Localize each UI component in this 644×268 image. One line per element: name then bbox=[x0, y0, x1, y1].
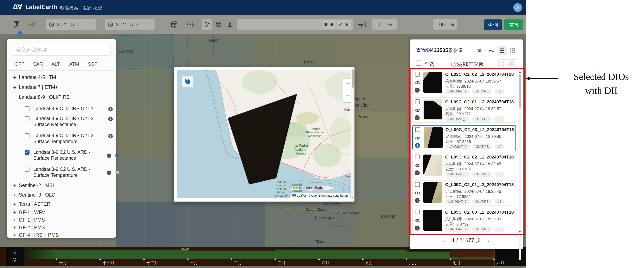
tab-sar[interactable]: SAR bbox=[33, 61, 43, 67]
tab-alt[interactable]: ALT bbox=[52, 61, 60, 67]
product-search-input[interactable] bbox=[12, 44, 111, 56]
info-icon[interactable]: i bbox=[107, 154, 111, 158]
info-icon[interactable]: i bbox=[108, 117, 113, 121]
date-end-field[interactable]: 2024-07-31 × bbox=[104, 19, 155, 30]
favorite-button[interactable]: 收藏 bbox=[498, 59, 517, 69]
timeline-month-label: 六月 bbox=[409, 260, 417, 265]
percent-sign: % bbox=[387, 22, 392, 27]
trash-delete-icon[interactable] bbox=[344, 22, 349, 27]
pencil-edit-icon[interactable] bbox=[338, 22, 343, 27]
zoom-out-button[interactable]: − bbox=[343, 92, 351, 99]
expand-toggle-icon[interactable]: + bbox=[12, 183, 17, 189]
timeline-up-icon[interactable]: ∧ bbox=[14, 251, 16, 254]
list-view-button[interactable] bbox=[497, 46, 507, 55]
timeline-bar bbox=[363, 249, 406, 259]
draw-polygon-tool-button[interactable] bbox=[202, 19, 212, 30]
annotation-arrowhead bbox=[526, 77, 530, 80]
timeline-unit-control[interactable]: ∧ 月 ∨ bbox=[6, 247, 24, 266]
nav-image-search[interactable]: 影像检索 bbox=[60, 5, 78, 11]
cloud-max-field[interactable]: 100 % bbox=[433, 19, 457, 30]
tab-opt[interactable]: OPT bbox=[15, 61, 24, 67]
expand-toggle-icon[interactable]: + bbox=[12, 74, 17, 81]
map-place-label: Santa Barbara bbox=[306, 186, 326, 190]
preview-map[interactable]: CarrizoPlain NationalMonumentLos PadresN… bbox=[177, 70, 351, 198]
reset-button[interactable]: 重置 bbox=[504, 20, 524, 30]
timeline-tick-dot bbox=[406, 258, 407, 260]
clear-start-date-icon[interactable]: × bbox=[89, 21, 92, 27]
city-label: Eugene bbox=[119, 49, 134, 54]
next-page-button[interactable]: › bbox=[488, 237, 490, 244]
layers-icon bbox=[184, 78, 191, 85]
timeline-unit-label: 月 bbox=[13, 255, 17, 259]
map-place-label: CarrizoPlain NationalMonument bbox=[306, 127, 324, 138]
clear-end-date-icon[interactable]: × bbox=[148, 21, 151, 27]
product-checkbox[interactable] bbox=[25, 167, 30, 172]
city-label: Salem bbox=[208, 38, 220, 43]
timeline-bar[interactable]: ∧ 月 ∨ 十月十一月十二月一月二月三月四月五月六月七月八月 2024年 bbox=[0, 247, 526, 266]
coordinates-input[interactable] bbox=[237, 19, 354, 30]
timeline-tick-dot bbox=[362, 258, 364, 260]
nav-my-favorites[interactable]: 我的收藏 bbox=[83, 5, 102, 11]
tab-atm[interactable]: ATM bbox=[69, 61, 79, 67]
prev-page-button[interactable]: ‹ bbox=[443, 237, 445, 244]
timeline-tick-dot bbox=[231, 258, 232, 260]
range-separator: -- bbox=[98, 21, 102, 27]
select-all-checkbox[interactable] bbox=[416, 61, 421, 66]
zoom-in-button[interactable]: + bbox=[343, 80, 351, 87]
timeline-cursor-line[interactable] bbox=[494, 247, 494, 266]
product-checkbox[interactable] bbox=[25, 133, 30, 138]
toggle-footprints-eye-icon[interactable] bbox=[476, 47, 482, 54]
popup-scrollbar-thumb[interactable] bbox=[352, 69, 354, 88]
expand-toggle-icon[interactable]: + bbox=[12, 225, 17, 231]
layers-control-button[interactable] bbox=[182, 76, 193, 87]
calendar-icon bbox=[108, 22, 113, 27]
map-place-label: Sespe bbox=[344, 175, 351, 178]
expand-toggle-icon[interactable]: + bbox=[12, 232, 17, 238]
tab-ssp[interactable]: SSP bbox=[88, 61, 98, 67]
brand-title: LabelEarth bbox=[25, 4, 57, 11]
query-button[interactable]: 查询 bbox=[484, 20, 502, 30]
map-zoom-control: + − bbox=[343, 79, 351, 103]
product-label: Landsat 8-9 OLI/TIRS C2 L2 - Surface Ref… bbox=[33, 115, 102, 127]
info-icon[interactable]: i bbox=[108, 134, 113, 139]
map-place-label: ChannelIslandsNationalMarineSanctuary bbox=[274, 180, 288, 197]
rectangle-shape-icon[interactable] bbox=[324, 22, 328, 27]
calendar-icon bbox=[49, 22, 54, 27]
grid-view-button[interactable] bbox=[510, 48, 515, 54]
expand-toggle-icon[interactable]: + bbox=[12, 209, 17, 216]
flag-icon bbox=[292, 194, 296, 197]
upload-shape-button[interactable] bbox=[224, 19, 235, 30]
tree-group-label: Sentinel-2 | MSI bbox=[19, 183, 54, 188]
date-start-field[interactable]: 2024-07-01 × bbox=[46, 19, 96, 30]
timeline-month-label: 四月 bbox=[322, 260, 329, 265]
timeline-bar bbox=[275, 249, 319, 259]
tree-group-label: GF-1 | PMS bbox=[19, 217, 45, 223]
city-label: Phoenix bbox=[381, 214, 396, 219]
expand-toggle-icon[interactable]: + bbox=[12, 217, 17, 223]
popup-scroll-down-icon[interactable]: ▼ bbox=[351, 196, 354, 199]
top-navbar: Δ∀ LabelEarth 影像检索 我的收藏 A bbox=[0, 0, 526, 15]
user-avatar[interactable]: A bbox=[513, 3, 522, 12]
timeline-down-icon[interactable]: ∨ bbox=[14, 259, 16, 263]
image-preview-dialog: CarrizoPlain NationalMonumentLos PadresN… bbox=[174, 67, 354, 202]
edit-tools-group bbox=[337, 20, 350, 29]
cloud-min-field[interactable]: 0 % bbox=[372, 19, 397, 30]
calendar-picker-button[interactable] bbox=[171, 21, 178, 28]
sliders-filter-icon[interactable] bbox=[115, 170, 120, 176]
map-place-label: Los PadresNationalForest bbox=[292, 144, 310, 156]
expand-toggle-icon[interactable]: − bbox=[12, 94, 17, 100]
product-checkbox[interactable] bbox=[25, 106, 30, 111]
product-checkbox[interactable] bbox=[25, 116, 30, 121]
sort-icon[interactable] bbox=[488, 48, 494, 54]
filter-icon[interactable] bbox=[13, 20, 21, 29]
product-checkbox[interactable] bbox=[25, 150, 30, 155]
info-icon[interactable]: i bbox=[108, 107, 113, 111]
globe-tool-button[interactable] bbox=[213, 19, 224, 30]
pentagon-shape-icon[interactable] bbox=[330, 22, 334, 27]
expand-toggle-icon[interactable]: + bbox=[12, 84, 17, 90]
info-icon[interactable]: i bbox=[107, 171, 111, 175]
expand-toggle-icon[interactable]: + bbox=[12, 192, 17, 198]
expand-toggle-icon[interactable]: + bbox=[12, 201, 17, 207]
map-attribution: Leaflet | © OpenStreetMap contributors bbox=[290, 193, 350, 198]
sliders-filter-icon[interactable] bbox=[115, 153, 120, 159]
